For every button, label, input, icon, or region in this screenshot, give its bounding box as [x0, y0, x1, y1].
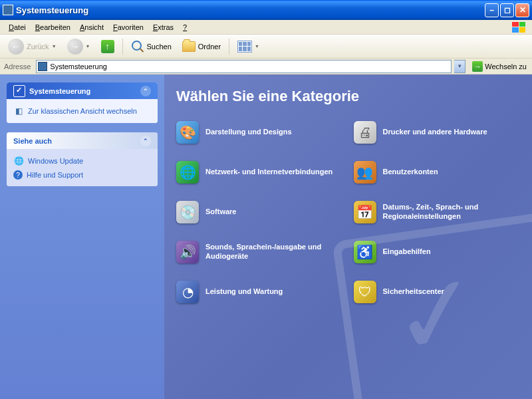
sidebar-panel-seealso-header[interactable]: Siehe auch ⌃ [7, 132, 158, 149]
menu-hilfe[interactable]: ? [178, 22, 192, 33]
category-users-label: Benutzerkonten [383, 168, 438, 177]
sidebar-panel-control-header[interactable]: Systemsteuerung ⌃ [7, 82, 158, 99]
globe-icon: 🌐 [13, 156, 24, 166]
accessibility-icon: ♿ [354, 241, 376, 263]
chart-icon: ◔ [176, 281, 199, 303]
category-printers-label: Drucker und andere Hardware [383, 128, 487, 137]
windows-update-label: Windows Update [28, 157, 83, 165]
control-panel-icon [38, 62, 47, 71]
category-software-label: Software [205, 207, 236, 217]
address-input[interactable]: Systemsteuerung [36, 60, 452, 73]
folders-label: Ordner [198, 43, 221, 51]
window-icon [3, 5, 13, 15]
back-label: Zurück [27, 43, 49, 51]
go-arrow-icon: → [472, 61, 483, 72]
category-network-label: Netzwerk- und Internetverbindungen [205, 168, 332, 177]
software-icon: 💿 [176, 201, 199, 223]
shield-icon: 🛡 [354, 281, 376, 303]
collapse-icon: ⌃ [140, 136, 151, 146]
sidebar-panel-control: Systemsteuerung ⌃ ◧ Zur klassischen Ansi… [7, 82, 158, 123]
windows-flag-icon [512, 22, 525, 33]
search-label: Suchen [147, 43, 172, 51]
category-accessibility[interactable]: ♿ Eingabehilfen [354, 241, 521, 263]
calendar-icon: 📅 [354, 201, 376, 223]
folder-icon [182, 41, 196, 52]
category-appearance[interactable]: 🎨 Darstellung und Designs [176, 121, 343, 144]
menu-bearbeiten[interactable]: Bearbeiten [31, 22, 75, 33]
category-appearance-label: Darstellung und Designs [205, 128, 292, 137]
category-accessibility-label: Eingabehilfen [383, 247, 431, 257]
category-network[interactable]: 🌐 Netzwerk- und Internetverbindungen [176, 161, 343, 184]
maximize-button[interactable]: ◻ [500, 3, 514, 17]
address-label: Adresse [1, 63, 33, 70]
category-datetime[interactable]: 📅 Datums-, Zeit-, Sprach- und Regionalei… [354, 201, 521, 223]
close-button[interactable]: ✕ [515, 3, 529, 17]
menu-datei[interactable]: Datei [4, 22, 31, 33]
help-support-label: Hilfe und Support [27, 171, 83, 179]
address-value: Systemsteuerung [50, 63, 450, 70]
help-support-link[interactable]: ? Hilfe und Support [13, 170, 151, 180]
toolbar-separator [122, 39, 123, 55]
users-icon: 👥 [354, 161, 376, 184]
switch-classic-view-link[interactable]: ◧ Zur klassischen Ansicht wechseln [13, 106, 151, 116]
up-folder-icon: ↑ [101, 40, 114, 53]
control-panel-header-icon [13, 85, 25, 97]
forward-dropdown-icon: ▼ [86, 44, 90, 49]
category-grid: 🎨 Darstellung und Designs 🖨 Drucker und … [176, 121, 520, 303]
minimize-button[interactable]: – [485, 3, 499, 17]
category-security-label: Sicherheitscenter [383, 287, 444, 297]
menu-favoriten[interactable]: Favoriten [108, 22, 148, 33]
menu-bar: Datei Bearbeiten Ansicht Favoriten Extra… [0, 20, 532, 35]
up-button[interactable]: ↑ [97, 39, 118, 55]
category-performance[interactable]: ◔ Leistung und Wartung [176, 281, 343, 303]
window-title: Systemsteuerung [16, 5, 485, 15]
search-button[interactable]: Suchen [127, 39, 176, 55]
back-button[interactable]: ← Zurück ▼ [4, 37, 61, 56]
category-software[interactable]: 💿 Software [176, 201, 343, 223]
main-area: Systemsteuerung ⌃ ◧ Zur klassischen Ansi… [0, 74, 532, 399]
sidebar-panel-control-title: Systemsteuerung [29, 87, 90, 95]
back-arrow-icon: ← [8, 39, 24, 55]
category-sounds[interactable]: 🔊 Sounds, Sprachein-/ausgabe und Audioge… [176, 241, 343, 263]
address-dropdown-button[interactable]: ▼ [454, 60, 466, 73]
speaker-icon: 🔊 [176, 241, 199, 263]
views-button[interactable]: ▼ [233, 39, 263, 54]
switch-view-icon: ◧ [13, 106, 24, 116]
switch-classic-label: Zur klassischen Ansicht wechseln [28, 107, 137, 115]
go-button[interactable]: → Wechseln zu [468, 61, 531, 72]
address-bar: Adresse Systemsteuerung ▼ → Wechseln zu [0, 59, 532, 74]
page-heading: Wählen Sie eine Kategorie [176, 88, 520, 105]
category-datetime-label: Datums-, Zeit-, Sprach- und Regionaleins… [383, 203, 521, 221]
help-icon: ? [13, 170, 23, 180]
sidebar-panel-seealso: Siehe auch ⌃ 🌐 Windows Update ? Hilfe un… [7, 132, 158, 186]
views-dropdown-icon: ▼ [255, 44, 259, 49]
windows-update-link[interactable]: 🌐 Windows Update [13, 156, 151, 166]
views-icon [237, 41, 252, 53]
sidebar-panel-seealso-title: Siehe auch [13, 137, 52, 145]
category-users[interactable]: 👥 Benutzerkonten [354, 161, 521, 184]
category-security[interactable]: 🛡 Sicherheitscenter [354, 281, 521, 303]
forward-arrow-icon: → [67, 39, 83, 55]
appearance-icon: 🎨 [176, 121, 199, 144]
title-bar: Systemsteuerung – ◻ ✕ [0, 0, 532, 20]
sidebar: Systemsteuerung ⌃ ◧ Zur klassischen Ansi… [0, 74, 164, 399]
go-label: Wechseln zu [485, 63, 527, 70]
network-icon: 🌐 [176, 161, 199, 184]
search-icon [131, 40, 144, 53]
toolbar-separator-2 [229, 39, 229, 55]
category-sounds-label: Sounds, Sprachein-/ausgabe und Audiogerä… [205, 243, 343, 261]
forward-button[interactable]: → ▼ [63, 37, 94, 56]
category-printers[interactable]: 🖨 Drucker und andere Hardware [354, 121, 521, 144]
category-performance-label: Leistung und Wartung [205, 287, 283, 297]
menu-extras[interactable]: Extras [148, 22, 178, 33]
content-area: Wählen Sie eine Kategorie 🎨 Darstellung … [164, 74, 532, 399]
collapse-icon: ⌃ [140, 86, 151, 96]
toolbar: ← Zurück ▼ → ▼ ↑ Suchen Ordner ▼ [0, 35, 532, 59]
menu-ansicht[interactable]: Ansicht [75, 22, 108, 33]
back-dropdown-icon: ▼ [52, 44, 57, 49]
window-buttons: – ◻ ✕ [485, 3, 529, 17]
printer-icon: 🖨 [354, 121, 376, 144]
folders-button[interactable]: Ordner [178, 40, 225, 53]
